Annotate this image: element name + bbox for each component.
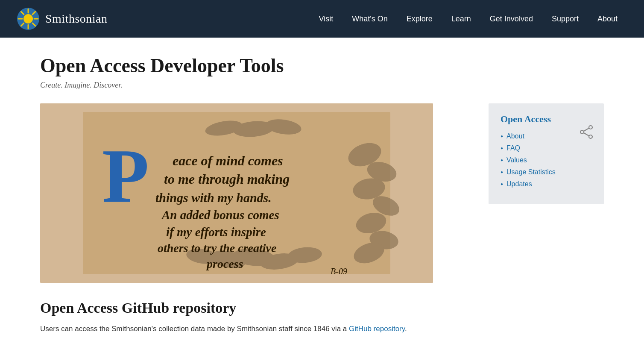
section-text: Users can access the Smithsonian's colle… (40, 323, 475, 335)
svg-text:B-09: B-09 (331, 267, 347, 276)
nav-visit[interactable]: Visit (310, 0, 343, 38)
nav-learn[interactable]: Learn (442, 0, 480, 38)
svg-line-13 (584, 128, 589, 131)
nav-explore[interactable]: Explore (397, 0, 442, 38)
main-column: P eace of mind comes to me through makin… (40, 103, 475, 335)
svg-point-11 (589, 135, 592, 138)
svg-line-14 (584, 133, 589, 136)
site-logo[interactable]: Smithsonian (17, 8, 108, 30)
svg-point-1 (23, 14, 33, 23)
open-access-sidebar-box: Open Access About FAQ Values Usage Stati… (489, 103, 604, 204)
section-title: Open Access GitHub repository (40, 300, 475, 316)
main-nav: Visit What's On Explore Learn Get Involv… (310, 0, 627, 38)
nav-get-involved[interactable]: Get Involved (480, 0, 542, 38)
sidebar-item-usage-statistics: Usage Statistics (501, 168, 592, 176)
svg-text:if my efforts inspire: if my efforts inspire (166, 225, 266, 239)
sidebar-link-updates[interactable]: Updates (506, 180, 532, 188)
svg-text:process: process (206, 257, 243, 270)
section-text-before: Users can access the Smithsonian's colle… (40, 325, 349, 333)
hero-image: P eace of mind comes to me through makin… (40, 103, 433, 283)
nav-whats-on[interactable]: What's On (342, 0, 397, 38)
share-button[interactable] (577, 123, 595, 142)
nav-support[interactable]: Support (542, 0, 588, 38)
nav-about[interactable]: About (588, 0, 627, 38)
sidebar-link-faq[interactable]: FAQ (506, 144, 520, 152)
sidebar-item-faq: FAQ (501, 144, 592, 152)
svg-text:to me through making: to me through making (164, 171, 290, 187)
svg-text:things with my hands.: things with my hands. (155, 191, 272, 205)
smithsonian-sun-icon (17, 8, 39, 30)
sidebar-link-about[interactable]: About (506, 132, 524, 140)
share-icon (579, 125, 594, 139)
sidebar-item-values: Values (501, 156, 592, 164)
svg-text:eace of mind comes: eace of mind comes (173, 153, 283, 168)
site-header: Smithsonian Visit What's On Explore Lear… (0, 0, 644, 38)
svg-text:others to try the creative: others to try the creative (158, 241, 276, 255)
sidebar-link-values[interactable]: Values (506, 156, 527, 164)
sidebar-link-usage-statistics[interactable]: Usage Statistics (506, 168, 556, 176)
svg-text:P: P (102, 133, 149, 218)
page-title: Open Access Developer Tools (40, 55, 604, 77)
share-button-wrap (577, 123, 595, 142)
github-repository-link[interactable]: GitHub repository (349, 325, 405, 333)
svg-point-10 (589, 126, 592, 129)
sidebar-item-updates: Updates (501, 180, 592, 188)
sidebar: Open Access About FAQ Values Usage Stati… (489, 103, 604, 204)
page-subtitle: Create. Imagine. Discover. (40, 81, 604, 90)
content-row: P eace of mind comes to me through makin… (40, 103, 604, 335)
svg-text:An added bonus comes: An added bonus comes (161, 208, 279, 222)
section-text-after: . (405, 325, 407, 333)
logo-text: Smithsonian (45, 12, 108, 26)
svg-point-12 (580, 130, 584, 134)
